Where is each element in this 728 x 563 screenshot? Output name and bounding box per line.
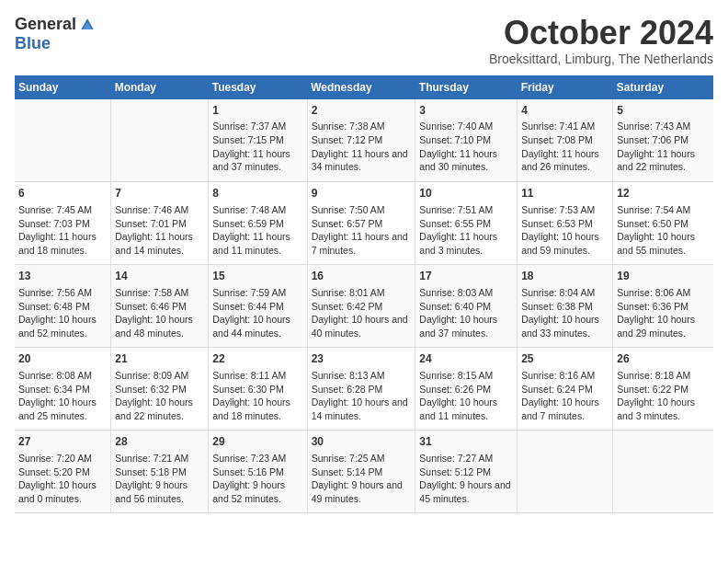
logo-general-text: General	[15, 15, 76, 34]
day-number: 30	[312, 434, 412, 450]
title-block: October 2024 Broeksittard, Limburg, The …	[489, 15, 713, 66]
day-info: Sunrise: 7:38 AM Sunset: 7:12 PM Dayligh…	[312, 120, 412, 174]
calendar-cell: 22Sunrise: 8:11 AM Sunset: 6:30 PM Dayli…	[209, 348, 307, 431]
day-info: Sunrise: 8:13 AM Sunset: 6:28 PM Dayligh…	[312, 369, 412, 423]
day-number: 23	[312, 351, 412, 367]
calendar-cell: 5Sunrise: 7:43 AM Sunset: 7:06 PM Daylig…	[613, 99, 713, 182]
calendar-week-row: 20Sunrise: 8:08 AM Sunset: 6:34 PM Dayli…	[15, 348, 713, 431]
calendar-week-row: 1Sunrise: 7:37 AM Sunset: 7:15 PM Daylig…	[15, 99, 713, 182]
calendar-cell: 24Sunrise: 8:15 AM Sunset: 6:26 PM Dayli…	[415, 348, 518, 431]
day-number: 17	[419, 269, 513, 284]
day-info: Sunrise: 7:50 AM Sunset: 6:57 PM Dayligh…	[312, 203, 412, 258]
day-info: Sunrise: 8:06 AM Sunset: 6:36 PM Dayligh…	[617, 286, 710, 340]
day-of-week-header: Sunday	[15, 75, 111, 99]
day-info: Sunrise: 8:01 AM Sunset: 6:42 PM Dayligh…	[312, 286, 412, 340]
calendar-cell: 17Sunrise: 8:03 AM Sunset: 6:40 PM Dayli…	[415, 265, 518, 348]
day-info: Sunrise: 7:56 AM Sunset: 6:48 PM Dayligh…	[18, 286, 107, 340]
calendar-cell: 11Sunrise: 7:53 AM Sunset: 6:53 PM Dayli…	[518, 182, 613, 265]
calendar-cell: 6Sunrise: 7:45 AM Sunset: 7:03 PM Daylig…	[15, 182, 111, 265]
day-number: 8	[212, 186, 302, 201]
calendar-cell: 18Sunrise: 8:04 AM Sunset: 6:38 PM Dayli…	[518, 265, 613, 348]
calendar-cell: 7Sunrise: 7:46 AM Sunset: 7:01 PM Daylig…	[111, 182, 209, 265]
calendar-cell: 4Sunrise: 7:41 AM Sunset: 7:08 PM Daylig…	[518, 99, 613, 182]
calendar-table: SundayMondayTuesdayWednesdayThursdayFrid…	[15, 75, 713, 514]
day-info: Sunrise: 7:23 AM Sunset: 5:16 PM Dayligh…	[212, 452, 302, 506]
day-of-week-header: Tuesday	[209, 75, 307, 99]
day-number: 13	[18, 269, 107, 284]
logo-icon	[78, 16, 97, 34]
calendar-cell: 29Sunrise: 7:23 AM Sunset: 5:16 PM Dayli…	[209, 431, 307, 513]
day-number: 25	[521, 351, 609, 367]
calendar-cell: 2Sunrise: 7:38 AM Sunset: 7:12 PM Daylig…	[307, 99, 415, 182]
calendar-cell: 14Sunrise: 7:58 AM Sunset: 6:46 PM Dayli…	[111, 265, 209, 348]
day-info: Sunrise: 7:37 AM Sunset: 7:15 PM Dayligh…	[212, 120, 302, 174]
day-info: Sunrise: 7:21 AM Sunset: 5:18 PM Dayligh…	[115, 452, 204, 506]
calendar-cell: 20Sunrise: 8:08 AM Sunset: 6:34 PM Dayli…	[15, 348, 111, 431]
day-number: 6	[18, 186, 107, 201]
day-number: 10	[419, 186, 513, 201]
day-info: Sunrise: 7:46 AM Sunset: 7:01 PM Dayligh…	[115, 203, 204, 258]
calendar-cell: 26Sunrise: 8:18 AM Sunset: 6:22 PM Dayli…	[613, 348, 713, 431]
calendar-cell: 23Sunrise: 8:13 AM Sunset: 6:28 PM Dayli…	[307, 348, 415, 431]
day-number: 19	[617, 269, 710, 284]
day-info: Sunrise: 8:18 AM Sunset: 6:22 PM Dayligh…	[617, 369, 710, 423]
day-info: Sunrise: 7:48 AM Sunset: 6:59 PM Dayligh…	[212, 203, 302, 258]
day-number: 16	[312, 269, 412, 284]
day-info: Sunrise: 7:51 AM Sunset: 6:55 PM Dayligh…	[419, 203, 513, 258]
calendar-week-row: 13Sunrise: 7:56 AM Sunset: 6:48 PM Dayli…	[15, 265, 713, 348]
day-number: 31	[419, 434, 513, 450]
calendar-cell: 8Sunrise: 7:48 AM Sunset: 6:59 PM Daylig…	[209, 182, 307, 265]
day-info: Sunrise: 7:59 AM Sunset: 6:44 PM Dayligh…	[212, 286, 302, 340]
day-info: Sunrise: 7:58 AM Sunset: 6:46 PM Dayligh…	[115, 286, 204, 340]
calendar-cell: 28Sunrise: 7:21 AM Sunset: 5:18 PM Dayli…	[111, 431, 209, 513]
calendar-cell: 16Sunrise: 8:01 AM Sunset: 6:42 PM Dayli…	[307, 265, 415, 348]
calendar-cell: 13Sunrise: 7:56 AM Sunset: 6:48 PM Dayli…	[15, 265, 111, 348]
day-info: Sunrise: 8:11 AM Sunset: 6:30 PM Dayligh…	[212, 369, 302, 423]
day-number: 11	[521, 186, 609, 201]
day-number: 4	[521, 103, 609, 119]
day-number: 22	[212, 351, 302, 367]
calendar-cell	[518, 431, 613, 513]
day-info: Sunrise: 7:20 AM Sunset: 5:20 PM Dayligh…	[18, 452, 107, 506]
day-number: 21	[115, 351, 204, 367]
day-number: 24	[419, 351, 513, 367]
day-info: Sunrise: 8:08 AM Sunset: 6:34 PM Dayligh…	[18, 369, 107, 423]
calendar-week-row: 27Sunrise: 7:20 AM Sunset: 5:20 PM Dayli…	[15, 431, 713, 513]
calendar-cell: 19Sunrise: 8:06 AM Sunset: 6:36 PM Dayli…	[613, 265, 713, 348]
day-info: Sunrise: 7:27 AM Sunset: 5:12 PM Dayligh…	[419, 452, 513, 506]
page-header: General Blue October 2024 Broeksittard, …	[15, 15, 713, 66]
day-number: 7	[115, 186, 204, 201]
calendar-cell: 30Sunrise: 7:25 AM Sunset: 5:14 PM Dayli…	[307, 431, 415, 513]
calendar-cell: 31Sunrise: 7:27 AM Sunset: 5:12 PM Dayli…	[415, 431, 518, 513]
day-number: 18	[521, 269, 609, 284]
day-number: 1	[212, 103, 302, 119]
day-info: Sunrise: 7:25 AM Sunset: 5:14 PM Dayligh…	[312, 452, 412, 506]
day-number: 15	[212, 269, 302, 284]
day-info: Sunrise: 7:41 AM Sunset: 7:08 PM Dayligh…	[521, 120, 609, 174]
calendar-cell: 27Sunrise: 7:20 AM Sunset: 5:20 PM Dayli…	[15, 431, 111, 513]
day-of-week-header: Friday	[518, 75, 613, 99]
day-info: Sunrise: 7:40 AM Sunset: 7:10 PM Dayligh…	[419, 120, 513, 174]
logo: General Blue	[15, 15, 97, 53]
day-of-week-header: Monday	[111, 75, 209, 99]
day-number: 3	[419, 103, 513, 119]
day-number: 20	[18, 351, 107, 367]
calendar-cell: 1Sunrise: 7:37 AM Sunset: 7:15 PM Daylig…	[209, 99, 307, 182]
day-info: Sunrise: 8:09 AM Sunset: 6:32 PM Dayligh…	[115, 369, 204, 423]
day-of-week-header: Saturday	[613, 75, 713, 99]
day-number: 9	[312, 186, 412, 201]
day-of-week-header: Thursday	[415, 75, 518, 99]
day-info: Sunrise: 7:54 AM Sunset: 6:50 PM Dayligh…	[617, 203, 710, 258]
day-info: Sunrise: 8:15 AM Sunset: 6:26 PM Dayligh…	[419, 369, 513, 423]
location-subtitle: Broeksittard, Limburg, The Netherlands	[489, 52, 713, 66]
day-info: Sunrise: 7:53 AM Sunset: 6:53 PM Dayligh…	[521, 203, 609, 258]
calendar-cell: 15Sunrise: 7:59 AM Sunset: 6:44 PM Dayli…	[209, 265, 307, 348]
calendar-cell: 12Sunrise: 7:54 AM Sunset: 6:50 PM Dayli…	[613, 182, 713, 265]
month-title: October 2024	[489, 15, 713, 52]
day-info: Sunrise: 7:43 AM Sunset: 7:06 PM Dayligh…	[617, 120, 710, 174]
calendar-cell: 21Sunrise: 8:09 AM Sunset: 6:32 PM Dayli…	[111, 348, 209, 431]
logo-blue-text: Blue	[15, 34, 51, 53]
calendar-cell: 25Sunrise: 8:16 AM Sunset: 6:24 PM Dayli…	[518, 348, 613, 431]
calendar-cell: 3Sunrise: 7:40 AM Sunset: 7:10 PM Daylig…	[415, 99, 518, 182]
day-number: 14	[115, 269, 204, 284]
